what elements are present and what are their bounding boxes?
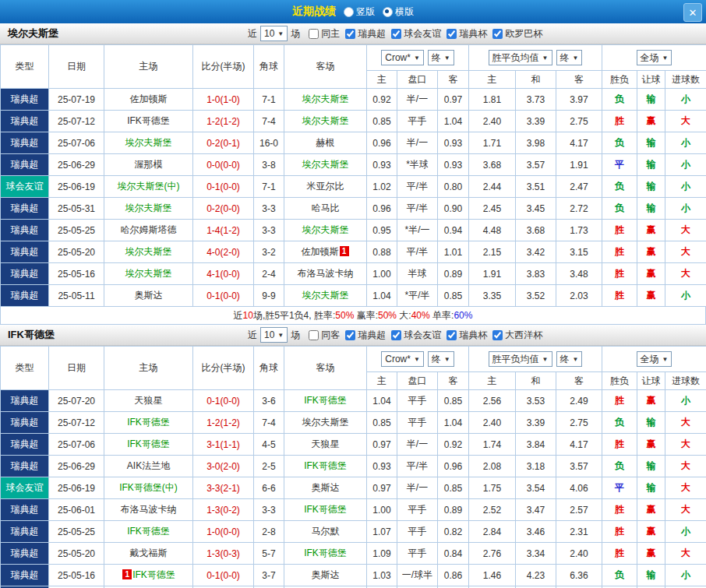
team-name[interactable]: IFK哥德堡 [304, 395, 347, 406]
team-name[interactable]: 戴戈福斯 [130, 548, 168, 558]
score-cell[interactable]: 3-1(1-1) [193, 434, 254, 456]
score-cell[interactable]: 1-2(1-2) [193, 412, 254, 434]
radio-icon[interactable] [344, 7, 354, 17]
team-name[interactable]: 埃尔夫斯堡 [302, 159, 349, 170]
checkbox-input[interactable] [391, 29, 401, 39]
score-cell[interactable]: 0-1(0-0) [193, 390, 254, 412]
close-button[interactable]: ✕ [683, 3, 702, 22]
filter-checkbox[interactable]: 瑞典超 [345, 27, 386, 40]
team-name[interactable]: 哈马比 [312, 202, 340, 213]
team-name[interactable]: 埃尔夫斯堡 [125, 202, 172, 213]
team-name[interactable]: 埃尔夫斯堡 [302, 115, 349, 126]
checkbox-input[interactable] [309, 330, 319, 340]
team-name[interactable]: 赫根 [316, 137, 335, 148]
score-cell[interactable]: 1-0(1-0) [193, 89, 254, 111]
team-name[interactable]: IFK哥德堡 [127, 417, 170, 428]
score-cell[interactable]: 0-1(0-0) [193, 176, 254, 198]
score-cell[interactable]: 1-2(1-2) [193, 111, 254, 132]
team-name[interactable]: 埃尔夫斯堡 [302, 290, 349, 301]
team-name[interactable]: 渥那模 [135, 159, 163, 170]
avg-odds-select[interactable]: 胜平负均值▼ [489, 50, 552, 65]
score-cell[interactable]: 1-3(0-2) [193, 499, 254, 521]
handicap-result-cell: 赢 [637, 111, 665, 132]
score-cell[interactable]: 0-0(0-0) [193, 154, 254, 176]
score-cell[interactable]: 1-0(0-0) [193, 521, 254, 543]
filter-checkbox[interactable]: 同主 [309, 27, 340, 40]
team-name[interactable]: 天狼星 [135, 395, 163, 406]
filter-checkbox[interactable]: 瑞典超 [345, 329, 386, 342]
filter-checkbox[interactable]: 瑞典杯 [447, 27, 487, 40]
team-name[interactable]: 奥斯达 [312, 569, 340, 580]
checkbox-input[interactable] [309, 29, 319, 39]
team-name[interactable]: 哈尔姆斯塔德 [121, 224, 177, 235]
team-name[interactable]: 埃尔夫斯堡 [302, 224, 349, 235]
team-name[interactable]: 布洛马波卡纳 [298, 268, 354, 279]
team-name[interactable]: 天狼星 [312, 438, 340, 449]
team-name[interactable]: 埃尔夫斯堡(中) [118, 181, 180, 192]
checkbox-input[interactable] [492, 330, 503, 340]
avg-odds-select[interactable]: 胜平负均值▼ [489, 351, 552, 367]
team-name[interactable]: IFK哥德堡 [127, 438, 170, 449]
team-name[interactable]: 埃尔夫斯堡 [125, 268, 172, 279]
layout-radio-option[interactable]: 横版 [383, 5, 414, 19]
checkbox-input[interactable] [447, 330, 457, 340]
team-name[interactable]: 埃尔夫斯堡 [302, 93, 349, 104]
filter-checkbox[interactable]: 球会友谊 [391, 329, 441, 342]
checkbox-input[interactable] [447, 29, 457, 39]
team-name[interactable]: IFK哥德堡 [304, 460, 347, 471]
score-cell[interactable]: 0-2(0-1) [193, 132, 254, 154]
handicap-result-cell: 输 [637, 176, 665, 198]
checkbox-input[interactable] [345, 29, 355, 39]
avg-final-select[interactable]: 终▼ [556, 351, 583, 367]
team-name[interactable]: 马尔默 [312, 526, 340, 537]
layout-radio-option[interactable]: 竖版 [344, 5, 375, 19]
odds-company-select[interactable]: Crow*▼ [381, 351, 424, 367]
odds-final-select[interactable]: 终▼ [428, 50, 454, 65]
filter-checkbox[interactable]: 欧罗巴杯 [492, 27, 542, 40]
team-name[interactable]: 奥斯达 [312, 482, 340, 493]
score-cell[interactable]: 0-1(0-0) [193, 565, 254, 586]
handicap-cell: 平手 [397, 111, 438, 132]
odds-company-select[interactable]: Crow*▼ [381, 50, 424, 65]
checkbox-input[interactable] [391, 330, 401, 340]
team-name[interactable]: IFK哥德堡(中) [119, 482, 178, 493]
avg-odds-cell: 2.40 [469, 111, 516, 132]
score-cell[interactable]: 1-3(0-3) [193, 543, 254, 565]
filter-checkbox[interactable]: 瑞典杯 [447, 329, 487, 342]
scope-select[interactable]: 全场▼ [637, 50, 672, 65]
team-name[interactable]: IFK哥德堡 [304, 504, 347, 515]
checkbox-input[interactable] [492, 29, 503, 39]
score-cell[interactable]: 3-3(2-1) [193, 477, 254, 499]
team-name[interactable]: 埃尔夫斯堡 [125, 246, 172, 257]
score-cell[interactable]: 4-0(2-0) [193, 241, 254, 263]
team-name[interactable]: 佐加顿斯 [302, 246, 339, 257]
scope-select[interactable]: 全场▼ [637, 351, 672, 367]
goals-result-cell: 大 [665, 499, 706, 521]
team-name[interactable]: AIK法兰地 [127, 460, 170, 471]
subcol-wdl: 胜负 [602, 71, 637, 89]
match-count-select[interactable]: 10 ▼ [260, 327, 288, 343]
score-cell[interactable]: 0-1(0-0) [193, 285, 254, 307]
team-name[interactable]: IFK哥德堡 [127, 526, 170, 537]
team-name[interactable]: 佐加顿斯 [130, 93, 168, 104]
team-name[interactable]: IFK哥德堡 [304, 548, 347, 558]
team-name[interactable]: 布洛马波卡纳 [121, 504, 177, 515]
team-name[interactable]: 奥斯达 [135, 290, 163, 301]
team-name[interactable]: IFK哥德堡 [132, 569, 175, 580]
odds-final-select[interactable]: 终▼ [428, 351, 454, 367]
score-cell[interactable]: 4-1(0-0) [193, 263, 254, 285]
filter-checkbox[interactable]: 球会友谊 [391, 27, 441, 40]
team-name[interactable]: 埃尔夫斯堡 [302, 417, 349, 428]
team-name[interactable]: 米亚尔比 [307, 181, 344, 192]
radio-icon[interactable] [383, 7, 393, 17]
score-cell[interactable]: 1-4(1-2) [193, 220, 254, 241]
team-name[interactable]: 埃尔夫斯堡 [125, 137, 172, 148]
filter-checkbox[interactable]: 大西洋杯 [492, 329, 542, 342]
avg-final-select[interactable]: 终▼ [556, 50, 583, 65]
match-count-select[interactable]: 10 ▼ [260, 26, 288, 41]
team-name[interactable]: IFK哥德堡 [127, 115, 170, 126]
checkbox-input[interactable] [345, 330, 355, 340]
filter-checkbox[interactable]: 同客 [309, 329, 340, 342]
score-cell[interactable]: 3-0(2-0) [193, 456, 254, 477]
score-cell[interactable]: 0-2(0-0) [193, 198, 254, 220]
